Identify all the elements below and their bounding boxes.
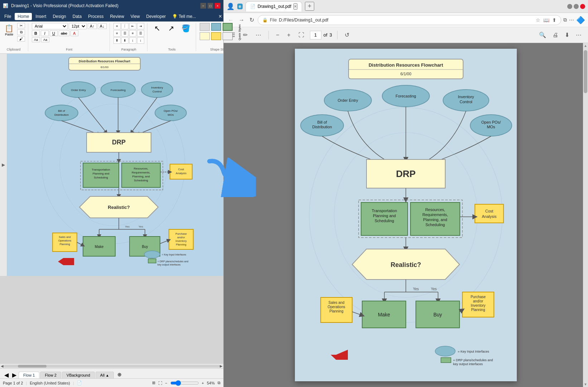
menu-file[interactable]: File bbox=[1, 13, 14, 20]
scroll-left-btn[interactable]: ◀ bbox=[1, 364, 4, 368]
increase-font-btn[interactable]: A↑ bbox=[88, 23, 97, 29]
bullets-btn[interactable]: ≡ bbox=[113, 23, 121, 29]
paste-button[interactable]: 📋 Paste bbox=[2, 23, 16, 38]
read-btn[interactable]: 📖 bbox=[543, 17, 549, 23]
fit-page-pdf-btn[interactable]: ⛶ bbox=[296, 30, 306, 40]
rotate-pdf-btn[interactable]: ↺ bbox=[342, 30, 351, 40]
close-btn[interactable]: × bbox=[215, 3, 220, 9]
page-number-input[interactable] bbox=[310, 31, 321, 39]
style-swatch-6[interactable] bbox=[223, 32, 233, 40]
horizontal-scrollbar[interactable]: ◀ ▶ bbox=[0, 363, 223, 368]
italic-button[interactable]: I bbox=[41, 30, 49, 36]
style-swatch-5[interactable] bbox=[211, 32, 221, 40]
increase-indent-btn[interactable]: ⬆ bbox=[113, 37, 121, 44]
zoom-in-btn[interactable]: + bbox=[202, 381, 204, 385]
menu-insert[interactable]: Insert bbox=[33, 13, 49, 20]
sheet-nav-left[interactable]: ◀ bbox=[3, 372, 10, 378]
user-profile-icon[interactable]: 👤 bbox=[227, 3, 234, 10]
format-painter-button[interactable]: 🖌 bbox=[17, 36, 25, 42]
font-color-button[interactable]: A bbox=[71, 30, 78, 36]
scroll-right-btn[interactable]: ▶ bbox=[220, 364, 223, 368]
justify-btn[interactable]: ☰ bbox=[137, 30, 144, 37]
copy-button[interactable]: ⧉ bbox=[17, 29, 25, 35]
share-btn[interactable]: ⬆ bbox=[552, 17, 557, 23]
decrease-indent-btn[interactable]: ⬇ bbox=[121, 37, 128, 44]
browser-tab[interactable]: 📄 Drawing1_out.pdf × bbox=[246, 1, 302, 11]
font-family-select[interactable]: Arial bbox=[32, 23, 68, 29]
style-swatch-1[interactable] bbox=[200, 23, 210, 31]
scroll-up-btn[interactable]: ▲ bbox=[583, 43, 588, 48]
align-left-btn[interactable]: ≡ bbox=[113, 30, 121, 37]
zoom-slider[interactable] bbox=[170, 380, 199, 386]
sheet-nav-right[interactable]: ▶ bbox=[11, 372, 18, 378]
star-btn[interactable]: ☆ bbox=[536, 17, 540, 23]
sheet-tab-vbg[interactable]: VBackground bbox=[62, 372, 95, 378]
pdf-search-btn[interactable]: 🔍 bbox=[537, 30, 548, 40]
address-bar[interactable]: 🔒 File D:/Files/Drawing1_out.pdf ☆ 📖 ⬆ bbox=[258, 15, 561, 25]
menu-process[interactable]: Process bbox=[85, 13, 106, 20]
menu-home[interactable]: Home bbox=[15, 13, 32, 20]
browser-close-btn[interactable] bbox=[580, 4, 585, 9]
zoom-out-pdf-btn[interactable]: − bbox=[274, 30, 281, 40]
menu-developer[interactable]: Developer bbox=[144, 13, 169, 20]
sheet-tab-all[interactable]: All ▲ bbox=[96, 372, 114, 378]
scroll-down-btn[interactable]: ▼ bbox=[583, 382, 588, 386]
superscript-btn[interactable]: Aa bbox=[32, 37, 40, 42]
line-spacing-btn[interactable]: ↕ bbox=[137, 37, 144, 44]
menu-data[interactable]: Data bbox=[70, 13, 84, 20]
pdf-print-btn[interactable]: 🖨 bbox=[550, 30, 560, 40]
maximize-btn[interactable]: □ bbox=[208, 3, 213, 9]
menu-view[interactable]: View bbox=[128, 13, 143, 20]
align-right-btn[interactable]: ≡ bbox=[129, 30, 136, 37]
minimize-btn[interactable]: − bbox=[200, 3, 206, 9]
subscript-btn[interactable]: Aa bbox=[41, 37, 49, 42]
sheet-tab-flow2[interactable]: Flow 2 bbox=[40, 372, 61, 378]
bold-button[interactable]: B bbox=[32, 30, 40, 36]
fit-page-btn[interactable]: ⧉ bbox=[218, 381, 220, 385]
style-swatch-4[interactable] bbox=[200, 32, 210, 40]
browser-more-btn[interactable]: ⋯ bbox=[569, 17, 574, 23]
numbering-btn[interactable]: ⋮ bbox=[121, 23, 128, 29]
view-normal-btn[interactable]: ⊞ bbox=[152, 381, 155, 385]
tools-connector-btn[interactable]: ↗ bbox=[165, 23, 178, 34]
view-fit-btn[interactable]: ⛶ bbox=[158, 381, 162, 385]
sheet-tab-flow1[interactable]: Flow 1 bbox=[19, 372, 39, 378]
tools-fill-btn[interactable]: 🪣 bbox=[179, 23, 193, 34]
tab-close-btn[interactable]: × bbox=[293, 3, 297, 10]
browser-max-btn[interactable] bbox=[574, 4, 579, 9]
decrease-font-btn[interactable]: A↓ bbox=[98, 23, 107, 29]
new-tab-btn[interactable]: + bbox=[305, 2, 315, 11]
scroll-thumb[interactable] bbox=[18, 365, 47, 368]
tools-pointer-btn[interactable]: ↖ bbox=[151, 23, 164, 34]
underline-button[interactable]: U bbox=[50, 30, 58, 36]
pdf-save-btn[interactable]: ⬇ bbox=[563, 30, 572, 40]
cut-button[interactable]: ✂ bbox=[17, 23, 25, 28]
menu-tell-me[interactable]: 💡Tell me... bbox=[169, 13, 199, 20]
sidebar-toggle[interactable]: ▶ bbox=[0, 54, 7, 276]
scroll-thumb[interactable] bbox=[584, 50, 587, 93]
style-swatch-2[interactable] bbox=[211, 23, 221, 31]
style-swatch-3[interactable] bbox=[223, 23, 233, 31]
text-direction-btn[interactable]: ↕ bbox=[129, 37, 136, 44]
align-center-btn[interactable]: ☰ bbox=[121, 30, 128, 37]
strikethrough-button[interactable]: abc bbox=[59, 30, 69, 36]
split-screen-btn[interactable]: ⧉ bbox=[563, 17, 567, 23]
zoom-out-btn[interactable]: − bbox=[165, 381, 167, 385]
menu-design[interactable]: Design bbox=[50, 13, 69, 20]
pdf-toolbar-more-btn[interactable]: ⋯ bbox=[574, 30, 584, 40]
edge-copilot-btn[interactable]: 🔷 bbox=[576, 16, 585, 24]
pdf-content[interactable]: Distribution Resources Flowchart 6/1/00 … bbox=[224, 43, 588, 387]
pdf-more-btn[interactable]: ⋯ bbox=[253, 30, 263, 40]
font-size-select[interactable]: 12pt. bbox=[69, 23, 87, 29]
ribbon-close-btn[interactable]: × bbox=[219, 13, 222, 20]
indent-less-btn[interactable]: ⇤ bbox=[129, 23, 136, 29]
add-sheet-btn[interactable]: ⊕ bbox=[115, 371, 125, 378]
menu-review[interactable]: Review bbox=[107, 13, 127, 20]
zoom-in-pdf-btn[interactable]: + bbox=[285, 30, 292, 40]
pdf-scrollbar[interactable]: ▲ ▼ bbox=[583, 43, 588, 387]
refresh-btn[interactable]: ↻ bbox=[248, 15, 256, 25]
scroll-track[interactable] bbox=[4, 365, 220, 368]
browser-min-btn[interactable] bbox=[567, 4, 572, 9]
diagram-canvas[interactable]: Distribution Resources Flowchart 6/1/00 … bbox=[7, 54, 223, 276]
indent-more-btn[interactable]: ⇥ bbox=[137, 23, 144, 29]
